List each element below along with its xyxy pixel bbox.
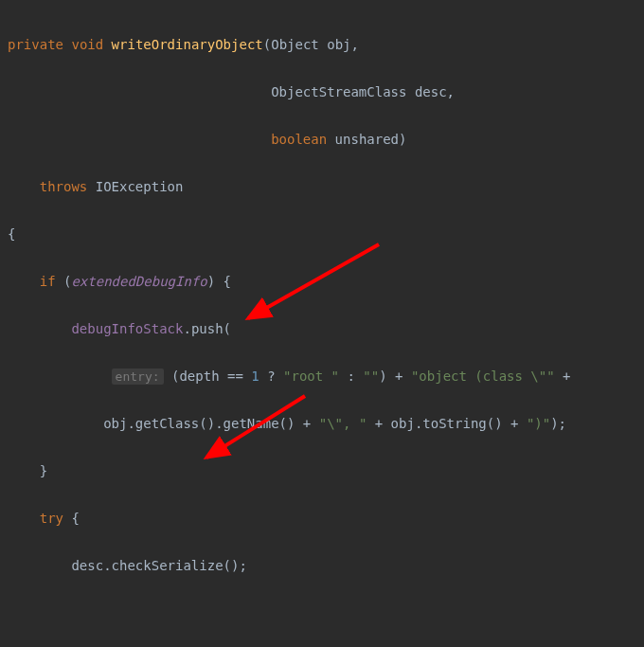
annotation-arrow-2-icon (0, 0, 644, 647)
svg-line-3 (206, 396, 305, 458)
